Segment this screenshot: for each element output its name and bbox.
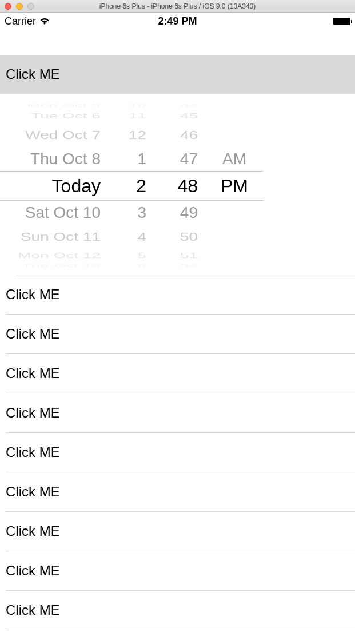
picker-item xyxy=(232,253,237,259)
close-icon[interactable] xyxy=(5,3,11,10)
table-row[interactable]: Click ME xyxy=(6,551,355,591)
row-label: Click ME xyxy=(6,365,60,381)
picker-item xyxy=(232,201,237,225)
row-label: Click ME xyxy=(6,405,60,420)
table-row[interactable]: Click ME xyxy=(6,433,355,472)
row-label: Click ME xyxy=(6,602,60,618)
picker-item-selected[interactable]: 2 xyxy=(136,171,146,201)
row-label: Click ME xyxy=(6,563,60,578)
picker-item[interactable]: 3 xyxy=(137,201,146,225)
table-row[interactable]: Click ME xyxy=(6,630,355,644)
picker-item xyxy=(232,228,237,246)
picker-item[interactable]: 44 xyxy=(180,105,198,107)
row-label: Click ME xyxy=(6,523,60,539)
picker-item xyxy=(232,265,237,267)
status-time: 2:49 PM xyxy=(158,15,197,27)
table-row[interactable]: Click ME xyxy=(6,591,355,630)
picker-item xyxy=(232,126,237,144)
battery-icon xyxy=(333,18,350,25)
row-label: Click ME xyxy=(6,444,60,460)
picker-item[interactable]: 6 xyxy=(137,265,146,267)
nav-blank xyxy=(0,30,355,55)
table-row[interactable]: Click ME xyxy=(6,354,355,393)
picker-column-minute[interactable]: 44 45 46 47 48 49 50 51 52 xyxy=(154,97,206,275)
picker-item[interactable]: 1 xyxy=(137,147,146,171)
picker-item[interactable]: 4 xyxy=(137,228,146,246)
picker-item[interactable]: Mon Oct 12 xyxy=(18,253,101,259)
wifi-icon xyxy=(39,17,50,25)
picker-column-date[interactable]: Mon Oct 5 Tue Oct 6 Wed Oct 7 Thu Oct 8 … xyxy=(0,97,109,275)
picker-item[interactable]: Thu Oct 8 xyxy=(30,147,101,171)
carrier-label: Carrier xyxy=(5,15,36,27)
picker-item[interactable]: 50 xyxy=(180,228,198,246)
picker-item[interactable]: Mon Oct 5 xyxy=(27,105,101,107)
datetime-picker[interactable]: Mon Oct 5 Tue Oct 6 Wed Oct 7 Thu Oct 8 … xyxy=(0,97,263,275)
row-label: Click ME xyxy=(6,642,60,644)
row-label: Click ME xyxy=(6,484,60,499)
window-title: iPhone 6s Plus - iPhone 6s Plus / iOS 9.… xyxy=(0,2,355,10)
table-view[interactable]: Click ME Click ME Click ME Click ME Clic… xyxy=(0,275,355,644)
picker-item[interactable]: 47 xyxy=(180,147,198,171)
picker-item[interactable]: 5 xyxy=(137,253,146,259)
picker-item[interactable]: 51 xyxy=(180,253,198,259)
picker-item[interactable]: Tue Oct 13 xyxy=(22,265,101,267)
picker-column-hour[interactable]: 10 11 12 1 2 3 4 5 6 xyxy=(109,97,154,275)
picker-item[interactable]: 10 xyxy=(129,105,146,107)
picker-item[interactable]: Wed Oct 7 xyxy=(25,126,101,144)
picker-item[interactable]: 46 xyxy=(180,126,198,144)
picker-item[interactable]: AM xyxy=(222,147,246,171)
picker-item[interactable]: Sun Oct 11 xyxy=(21,228,101,246)
mac-window-titlebar: iPhone 6s Plus - iPhone 6s Plus / iOS 9.… xyxy=(0,0,355,13)
row-label: Click ME xyxy=(6,287,60,302)
row-label: Click ME xyxy=(6,326,60,341)
picker-item xyxy=(232,105,237,107)
table-row[interactable]: Click ME xyxy=(6,512,355,551)
table-row[interactable]: Click ME xyxy=(6,275,355,315)
picker-item-selected[interactable]: Today xyxy=(52,171,101,201)
picker-item[interactable]: 11 xyxy=(129,113,146,120)
picker-item[interactable]: 49 xyxy=(180,201,198,225)
picker-item xyxy=(232,113,237,120)
minimize-icon[interactable] xyxy=(16,3,23,10)
picker-item-selected[interactable]: 48 xyxy=(177,171,198,201)
section-header-label: Click ME xyxy=(6,66,60,82)
picker-item[interactable]: 52 xyxy=(180,265,198,267)
section-header-row[interactable]: Click ME xyxy=(0,55,355,94)
table-row[interactable]: Click ME xyxy=(6,315,355,354)
picker-item[interactable]: Tue Oct 6 xyxy=(31,113,101,120)
picker-item[interactable]: 12 xyxy=(129,126,146,144)
picker-item[interactable]: 45 xyxy=(180,113,198,120)
zoom-icon[interactable] xyxy=(27,3,34,10)
picker-column-ampm[interactable]: AM PM xyxy=(206,97,263,275)
picker-item-selected[interactable]: PM xyxy=(221,171,248,201)
ios-status-bar: Carrier 2:49 PM xyxy=(0,13,355,30)
table-row[interactable]: Click ME xyxy=(6,393,355,433)
picker-item[interactable]: Sat Oct 10 xyxy=(25,201,101,225)
table-row[interactable]: Click ME xyxy=(6,472,355,512)
traffic-lights xyxy=(0,3,34,10)
